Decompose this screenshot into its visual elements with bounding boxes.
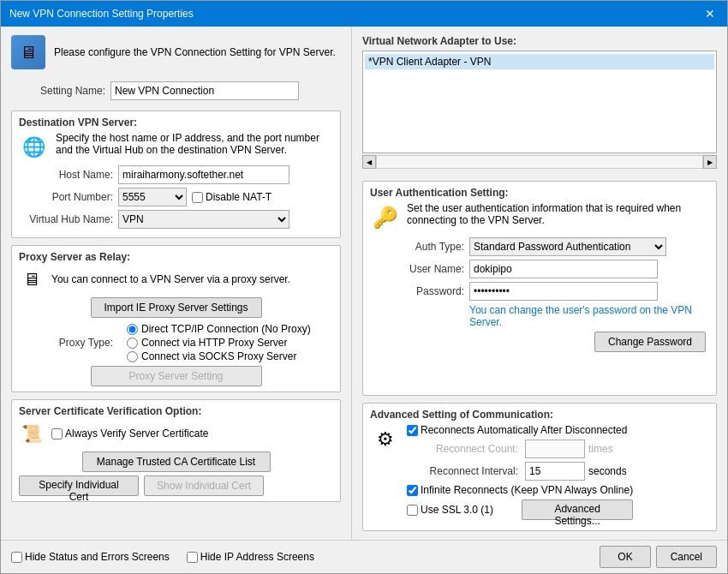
scroll-left-btn[interactable]: ◀ xyxy=(362,155,376,169)
vna-item-label: *VPN Client Adapter - VPN xyxy=(368,56,491,68)
header-section: 🖥 Please configure the VPN Connection Se… xyxy=(11,35,341,75)
vna-list: *VPN Client Adapter - VPN xyxy=(362,51,717,153)
proxy-radio-direct[interactable] xyxy=(127,324,138,335)
advanced-desc-row: ⚙ Reconnects Automatically After Disconn… xyxy=(370,424,709,520)
proxy-option-2[interactable]: Connect via HTTP Proxy Server xyxy=(127,337,311,349)
cert-desc-row: 📜 Always Verify Server Certificate xyxy=(19,421,333,446)
close-button[interactable]: ✕ xyxy=(701,7,719,21)
proxy-section: Proxy Server as Relay: 🖥 You can connect… xyxy=(11,245,341,392)
scroll-right-btn[interactable]: ▶ xyxy=(703,155,717,169)
ssl-label[interactable]: Use SSL 3.0 (1) xyxy=(407,504,493,516)
proxy-type-row: Proxy Type: Direct TCP/IP Connection (No… xyxy=(19,323,333,362)
cert-icon: 📜 xyxy=(19,421,45,446)
reconnect-interval-row: Reconnect Interval: seconds xyxy=(407,462,633,481)
left-panel: 🖥 Please configure the VPN Connection Se… xyxy=(1,27,352,540)
auth-type-select[interactable]: Standard Password Authentication xyxy=(469,237,666,256)
password-input[interactable] xyxy=(469,282,658,301)
auth-description: Set the user authentication information … xyxy=(407,202,709,226)
reconnect-count-unit: times xyxy=(588,443,613,455)
main-window: New VPN Connection Setting Properties ✕ … xyxy=(0,0,728,574)
proxy-radio-http[interactable] xyxy=(127,338,138,349)
proxy-option-1-label: Direct TCP/IP Connection (No Proxy) xyxy=(141,323,311,335)
hub-row: Virtual Hub Name: VPN xyxy=(19,210,333,229)
reconnect-interval-input[interactable] xyxy=(525,462,585,481)
proxy-icon: 🖥 xyxy=(19,266,45,292)
reconnect-count-row: Reconnect Count: times xyxy=(407,439,633,458)
reconnect-auto-label[interactable]: Reconnects Automatically After Disconnec… xyxy=(407,424,633,436)
infinite-reconnect-text: Infinite Reconnects (Keep VPN Always Onl… xyxy=(421,484,633,496)
titlebar: New VPN Connection Setting Properties ✕ xyxy=(1,1,727,27)
reconnect-auto-checkbox[interactable] xyxy=(407,425,418,436)
window-title: New VPN Connection Setting Properties xyxy=(9,8,194,20)
always-verify-checkbox[interactable] xyxy=(51,428,63,439)
port-select[interactable]: 5555 xyxy=(118,188,187,206)
hostname-input[interactable] xyxy=(118,165,289,184)
scroll-track xyxy=(376,155,703,169)
proxy-description: You can connect to a VPN Server via a pr… xyxy=(51,273,290,285)
auth-title: User Authentication Setting: xyxy=(370,187,709,199)
cert-title: Server Certificate Verification Option: xyxy=(19,405,333,417)
proxy-setting-button[interactable]: Proxy Server Setting xyxy=(91,366,262,386)
hide-ip-label[interactable]: Hide IP Address Screens xyxy=(187,551,314,563)
ok-button[interactable]: OK xyxy=(600,546,650,568)
hub-select[interactable]: VPN xyxy=(118,210,289,229)
infinite-reconnect-checkbox[interactable] xyxy=(407,485,418,496)
always-verify-label[interactable]: Always Verify Server Certificate xyxy=(51,428,208,439)
destination-desc-row: 🌐 Specify the host name or IP address, a… xyxy=(19,132,333,162)
destination-title: Destination VPN Server: xyxy=(19,117,333,129)
reconnect-count-input[interactable] xyxy=(525,439,585,458)
proxy-option-1[interactable]: Direct TCP/IP Connection (No Proxy) xyxy=(127,323,311,335)
hostname-label: Host Name: xyxy=(19,169,113,181)
proxy-option-3[interactable]: Connect via SOCKS Proxy Server xyxy=(127,350,311,362)
reconnect-auto-text: Reconnects Automatically After Disconnec… xyxy=(421,424,627,436)
password-change-note: You can change the user's password on th… xyxy=(469,304,692,328)
proxy-title: Proxy Server as Relay: xyxy=(19,251,333,263)
right-panel: Virtual Network Adapter to Use: *VPN Cli… xyxy=(352,27,727,540)
proxy-option-3-label: Connect via SOCKS Proxy Server xyxy=(141,350,296,362)
manage-ca-button[interactable]: Manage Trusted CA Certificate List xyxy=(82,451,271,472)
proxy-desc-row: 🖥 You can connect to a VPN Server via a … xyxy=(19,266,333,292)
hide-status-checkbox[interactable] xyxy=(11,552,22,563)
vna-item[interactable]: *VPN Client Adapter - VPN xyxy=(365,54,714,69)
main-content: 🖥 Please configure the VPN Connection Se… xyxy=(1,27,727,540)
reconnect-interval-unit: seconds xyxy=(588,465,627,477)
hide-status-text: Hide Status and Errors Screens xyxy=(25,551,170,563)
hide-status-label[interactable]: Hide Status and Errors Screens xyxy=(11,551,170,563)
setting-name-input[interactable] xyxy=(110,81,299,100)
ssl-checkbox[interactable] xyxy=(407,505,418,516)
proxy-radio-socks[interactable] xyxy=(127,351,138,362)
show-cert-button[interactable]: Show Individual Cert xyxy=(144,475,264,496)
cancel-button[interactable]: Cancel xyxy=(656,546,717,568)
reconnect-interval-label: Reconnect Interval: xyxy=(407,465,518,477)
advanced-options: Reconnects Automatically After Disconnec… xyxy=(407,424,633,520)
disable-nat-label[interactable]: Disable NAT-T xyxy=(192,191,272,203)
hide-ip-checkbox[interactable] xyxy=(187,552,198,563)
vpn-icon: 🖥 xyxy=(11,35,45,69)
import-proxy-button[interactable]: Import IE Proxy Server Settings xyxy=(91,297,262,318)
cert-section: Server Certificate Verification Option: … xyxy=(11,399,341,502)
header-description: Please configure the VPN Connection Sett… xyxy=(54,46,336,58)
footer-checkboxes: Hide Status and Errors Screens Hide IP A… xyxy=(11,551,314,563)
username-input[interactable] xyxy=(469,260,658,278)
footer: Hide Status and Errors Screens Hide IP A… xyxy=(1,540,727,573)
auth-type-row: Auth Type: Standard Password Authenticat… xyxy=(370,237,709,256)
ssl-text: Use SSL 3.0 (1) xyxy=(421,504,493,516)
password-label: Password: xyxy=(370,285,464,297)
port-label: Port Number: xyxy=(19,191,113,203)
proxy-option-2-label: Connect via HTTP Proxy Server xyxy=(141,337,288,349)
specify-cert-button[interactable]: Specify Individual Cert xyxy=(19,475,139,496)
auth-type-label: Auth Type: xyxy=(370,241,464,253)
hub-label: Virtual Hub Name: xyxy=(19,213,113,225)
auth-desc-row: 🔑 Set the user authentication informatio… xyxy=(370,202,709,232)
proxy-type-label: Proxy Type: xyxy=(19,337,113,349)
infinite-reconnect-label[interactable]: Infinite Reconnects (Keep VPN Always Onl… xyxy=(407,484,633,496)
auth-icon: 🔑 xyxy=(370,202,400,232)
change-password-button[interactable]: Change Password xyxy=(594,332,706,352)
auth-section: User Authentication Setting: 🔑 Set the u… xyxy=(362,181,717,396)
destination-icon: 🌐 xyxy=(19,132,49,162)
setting-name-row: Setting Name: xyxy=(11,81,341,100)
proxy-radio-group: Direct TCP/IP Connection (No Proxy) Conn… xyxy=(127,323,311,362)
advanced-settings-button[interactable]: Advanced Settings... xyxy=(522,499,633,520)
hostname-row: Host Name: xyxy=(19,165,333,184)
disable-nat-checkbox[interactable] xyxy=(192,192,203,203)
